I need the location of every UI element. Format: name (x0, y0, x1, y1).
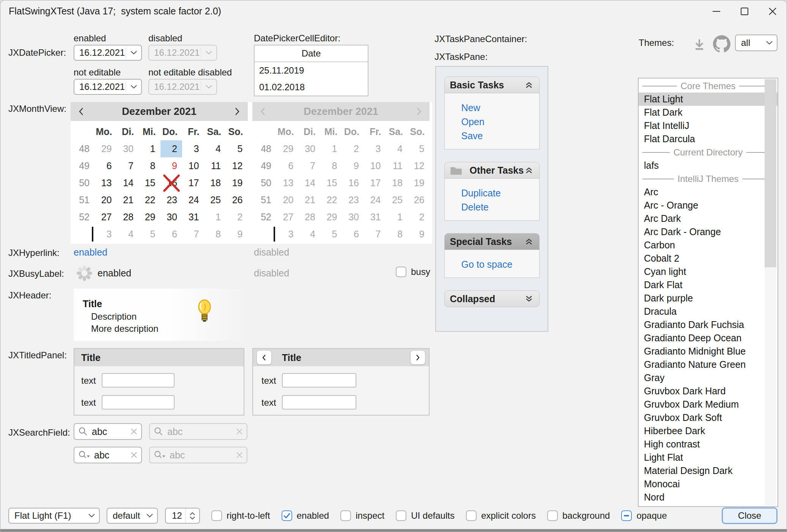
day-cell[interactable]: 23 (161, 191, 183, 209)
hyperlink-enabled[interactable]: enabled (74, 247, 107, 258)
theme-item[interactable]: Gruvbox Dark Hard (639, 384, 778, 398)
theme-item[interactable]: Gray (639, 371, 778, 384)
task-link[interactable]: Save (461, 129, 539, 143)
theme-item[interactable]: Carbon (639, 239, 778, 252)
checkbox-box[interactable] (621, 510, 632, 521)
theme-item[interactable]: Cyan light (639, 265, 778, 278)
checkbox-inspect[interactable]: inspect (340, 510, 384, 521)
theme-item[interactable]: Cobalt 2 (639, 252, 778, 265)
style-combobox[interactable]: default (107, 508, 158, 524)
collapse-button[interactable] (524, 237, 534, 246)
day-cell[interactable]: 4 (204, 140, 226, 157)
titledpanel-left-button[interactable] (257, 351, 271, 364)
day-cell[interactable]: 31 (182, 209, 204, 226)
download-themes-button[interactable] (692, 37, 707, 53)
checkbox-box[interactable] (396, 510, 406, 521)
day-cell[interactable]: 7 (117, 157, 139, 174)
day-cell[interactable]: 18 (204, 174, 226, 191)
day-cell[interactable]: 25 (204, 191, 226, 209)
font-size-value[interactable]: 12 (166, 510, 185, 521)
previous-month-button[interactable] (71, 102, 92, 121)
theme-item[interactable]: Dracula (639, 305, 778, 318)
day-cell[interactable]: 9 (226, 226, 248, 243)
table-row[interactable]: 25.11.2019 (255, 62, 368, 79)
day-cell[interactable]: 28 (117, 209, 139, 226)
day-cell[interactable]: 8 (139, 157, 161, 174)
taskpane-header[interactable]: Special Tasks (444, 233, 540, 250)
theme-item[interactable]: Gruvbox Dark Medium (639, 398, 778, 411)
checkbox-right-to-left[interactable]: right-to-left (211, 510, 270, 521)
theme-item[interactable]: Gruvbox Dark Soft (639, 411, 778, 424)
day-cell[interactable]: 16 (161, 174, 183, 191)
close-window-button[interactable] (759, 0, 787, 22)
maximize-button[interactable] (730, 0, 759, 22)
laf-combobox[interactable]: Flat Light (F1) (8, 508, 100, 524)
scrollbar-thumb[interactable] (765, 79, 776, 267)
day-cell[interactable]: 10 (182, 157, 204, 174)
theme-item[interactable]: Nord (639, 491, 778, 504)
github-button[interactable] (713, 35, 730, 54)
datepicker-not-editable[interactable]: 16.12.2021 (74, 79, 142, 95)
theme-item[interactable]: Dark purple (639, 292, 778, 305)
checkbox-background[interactable]: background (547, 510, 610, 521)
scrollbar[interactable] (765, 79, 776, 505)
searchfield-with-menu-enabled[interactable] (74, 447, 142, 463)
datepicker-enabled[interactable]: 16.12.2021 (74, 45, 142, 61)
collapse-button[interactable] (524, 166, 534, 175)
day-cell[interactable]: 6 (161, 226, 183, 243)
task-link[interactable]: New (461, 101, 539, 115)
day-cell[interactable]: 20 (95, 191, 117, 209)
search-menu-icon[interactable] (78, 450, 90, 460)
text-input[interactable] (282, 373, 356, 388)
spinner-buttons[interactable] (185, 508, 199, 523)
day-cell[interactable]: 3 (182, 140, 204, 157)
day-cell[interactable]: 1 (139, 140, 161, 157)
table-column-header[interactable]: Date (255, 46, 368, 62)
checkbox-enabled[interactable]: enabled (282, 510, 329, 521)
collapse-button[interactable] (524, 80, 534, 89)
task-link[interactable]: Duplicate (461, 186, 539, 200)
task-link[interactable]: Open (461, 115, 539, 129)
checkbox-explicit-colors[interactable]: explicit colors (466, 510, 536, 521)
text-input[interactable] (282, 395, 356, 410)
day-cell[interactable]: 14 (117, 174, 139, 191)
theme-item[interactable]: Arc Dark (639, 212, 778, 225)
theme-item[interactable]: Arc Dark - Orange (639, 225, 778, 239)
day-cell[interactable]: 7 (182, 226, 204, 243)
day-cell[interactable]: 30 (161, 209, 183, 226)
theme-item[interactable]: Flat Darcula (639, 132, 778, 146)
searchfield-enabled[interactable] (74, 423, 142, 440)
day-cell[interactable]: 4 (117, 226, 139, 243)
theme-item[interactable]: Monocai (639, 477, 778, 491)
spinner-up-icon[interactable] (190, 512, 195, 515)
clear-icon[interactable] (131, 428, 137, 435)
day-cell[interactable]: 13 (95, 174, 117, 191)
minimize-button[interactable] (702, 0, 730, 22)
text-input[interactable] (102, 395, 175, 410)
theme-item[interactable]: Dark Flat (639, 278, 778, 292)
busy-checkbox[interactable]: busy (396, 267, 430, 277)
day-cell[interactable]: 5 (226, 140, 248, 157)
day-cell[interactable]: 27 (95, 209, 117, 226)
clear-icon[interactable] (131, 452, 137, 458)
day-cell[interactable]: 29 (139, 209, 161, 226)
theme-item[interactable]: Flat Light (639, 93, 778, 106)
titledpanel-right-button[interactable] (411, 351, 425, 364)
day-cell[interactable]: 2 (161, 140, 183, 157)
day-cell[interactable]: 24 (182, 191, 204, 209)
datepicker-dropdown-button[interactable] (126, 85, 141, 89)
datepicker-dropdown-button[interactable] (126, 51, 141, 55)
day-cell[interactable]: 29 (95, 140, 117, 157)
checkbox-opaque[interactable]: opaque (621, 510, 667, 521)
theme-item[interactable]: Gradianto Midnight Blue (639, 345, 778, 358)
theme-item[interactable]: Arc (639, 185, 778, 199)
theme-item[interactable]: High contrast (639, 438, 778, 451)
day-cell[interactable]: 19 (226, 174, 248, 191)
spinner-down-icon[interactable] (190, 516, 195, 519)
checkbox-box[interactable] (396, 267, 406, 277)
day-cell[interactable]: 9 (161, 157, 183, 174)
theme-item[interactable]: Gradianto Nature Green (639, 358, 778, 371)
next-month-button[interactable] (227, 102, 248, 121)
day-cell[interactable]: 26 (226, 191, 248, 209)
theme-item[interactable]: Gradianto Dark Fuchsia (639, 318, 778, 331)
